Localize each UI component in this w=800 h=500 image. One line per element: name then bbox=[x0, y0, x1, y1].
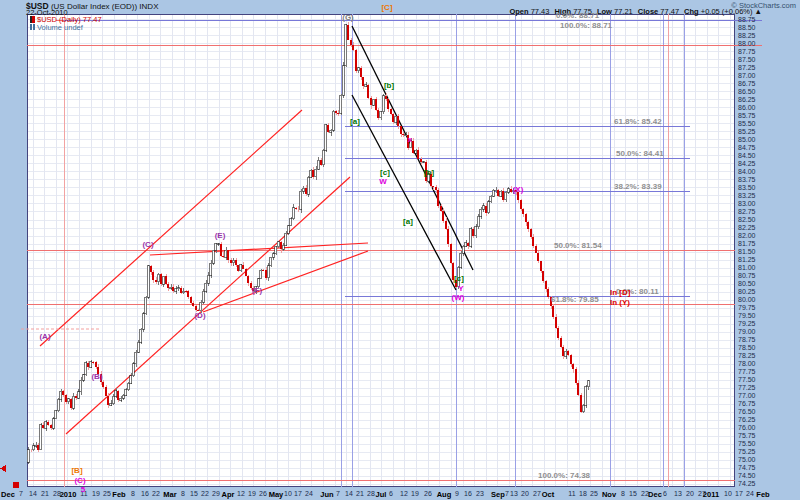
chart-annotation: In (Y) bbox=[610, 299, 630, 307]
chart-annotation: In [D] bbox=[610, 289, 630, 297]
chart-annotation: 38.2%: 83.39 bbox=[614, 183, 662, 191]
chart-annotation: [c] bbox=[454, 275, 464, 283]
chart-annotation: 61.8%: 85.42 bbox=[614, 118, 662, 126]
chart-annotation: [B] bbox=[71, 467, 82, 475]
chart-annotation: [b] bbox=[424, 169, 434, 177]
chart-annotation: [a] bbox=[403, 218, 413, 226]
chart-annotation: 61.8%: 79.85 bbox=[551, 296, 599, 304]
chart-annotation: (E) bbox=[215, 232, 226, 240]
chart-annotation: (G) bbox=[342, 14, 354, 22]
chart-annotation: (F) bbox=[252, 287, 262, 295]
chart-annotation: (W) bbox=[452, 294, 465, 302]
chart-annotation: (A) bbox=[39, 333, 50, 341]
chart-annotation: (D) bbox=[194, 312, 205, 320]
chart-annotation: W bbox=[379, 178, 387, 186]
chart-annotation: [a] bbox=[350, 118, 360, 126]
chart-annotation: 50.0%: 84.41 bbox=[616, 150, 664, 158]
chart-annotation: (X) bbox=[513, 186, 524, 194]
chart-annotation: (C) bbox=[142, 241, 153, 249]
chart-annotation: Y bbox=[458, 285, 463, 293]
chart-annotation: [c] bbox=[380, 169, 390, 177]
annotation-layer: 0.0%: 88.71100.0%: 88.7161.8%: 85.4250.0… bbox=[0, 0, 800, 500]
chart-annotation: (B) bbox=[91, 373, 102, 381]
chart-annotation: 100.0%: 74.38 bbox=[538, 472, 590, 480]
chart-annotation: 5 bbox=[81, 486, 85, 494]
chart-annotation: 0.0%: 88.71 bbox=[556, 12, 599, 20]
chart-annotation: 100.0%: 88.71 bbox=[560, 22, 612, 30]
chart-annotation: x bbox=[408, 136, 412, 144]
chart-annotation: 50.0%: 81.54 bbox=[554, 242, 602, 250]
stockcharts-chart: $USD (US Dollar Index (EOD)) INDX 22-Oct… bbox=[0, 0, 800, 500]
chart-annotation: [b] bbox=[384, 82, 394, 90]
chart-annotation: [C] bbox=[381, 4, 392, 12]
chart-annotation: (C) bbox=[74, 477, 85, 485]
